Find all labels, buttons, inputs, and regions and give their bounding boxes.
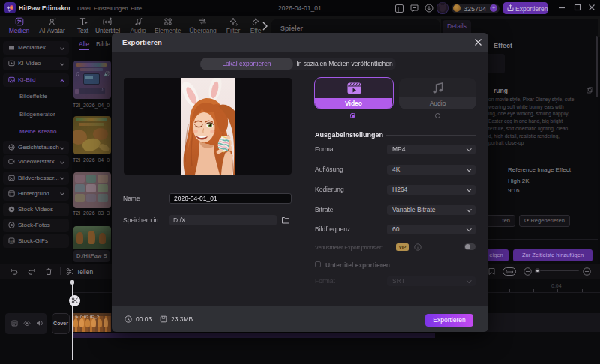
svg-text:GIF: GIF — [10, 240, 15, 243]
